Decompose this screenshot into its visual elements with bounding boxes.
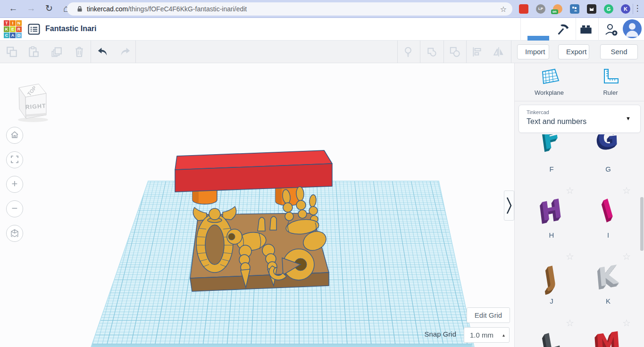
panel-scrollbar-thumb[interactable] — [640, 197, 644, 251]
view-cube[interactable]: TOP RIGHT — [11, 74, 54, 123]
shape-tile-L[interactable]: L — [523, 324, 580, 347]
shape-tile-K[interactable]: K — [580, 257, 636, 295]
shape-label-J: J — [523, 297, 580, 305]
logo-tile: C — [4, 33, 9, 38]
app-header: T I N K E R C A D Fantastic Inari — [0, 18, 644, 41]
browser-menu-icon[interactable]: ⋮ — [631, 2, 644, 15]
edit-toolbar: Import Export Send To — [0, 41, 644, 63]
shape-tile-M[interactable]: M — [580, 324, 636, 347]
ungroup-icon[interactable] — [448, 46, 461, 58]
lock-icon — [76, 6, 83, 12]
extension-icon-lastpass[interactable]: LP — [536, 4, 545, 14]
url-host: tinkercad.com — [87, 5, 128, 13]
shape-label-F: F — [523, 165, 580, 173]
shape-category-dropdown[interactable]: Tinkercad Text and numbers ▼ — [519, 105, 641, 133]
logo-tile: K — [4, 26, 9, 32]
paste-icon[interactable] — [27, 46, 40, 58]
logo-tile: A — [10, 33, 16, 38]
shape-tile-H[interactable]: H — [523, 191, 580, 229]
import-button[interactable]: Import — [517, 44, 549, 59]
align-icon[interactable] — [471, 46, 483, 58]
shape-tile-G[interactable]: G — [580, 134, 636, 165]
copy-icon[interactable] — [6, 46, 18, 58]
logo-tile: R — [16, 26, 22, 32]
shape-glyph: H — [539, 193, 564, 227]
viewport-3d[interactable]: TOP RIGHT + − Edit Grid Snap Grid 1.0 mm… — [0, 63, 514, 347]
shape-glyph: J — [544, 260, 558, 292]
add-collaborator-icon[interactable] — [604, 23, 618, 37]
edit-grid-button[interactable]: Edit Grid — [467, 307, 510, 323]
home-view-button[interactable] — [6, 127, 23, 144]
snap-grid-value: 1.0 mm — [470, 331, 493, 339]
extension-icon-keeper[interactable]: K — [621, 4, 630, 14]
user-avatar[interactable] — [622, 19, 642, 39]
extension-icon-planet[interactable]: on — [553, 4, 562, 14]
category-brand: Tinkercad — [527, 109, 549, 115]
shape-tile-I[interactable]: I — [580, 191, 636, 229]
logo-tile: I — [10, 20, 16, 26]
bookmark-star-icon[interactable]: ☆ — [500, 5, 507, 14]
shape-label-H: H — [523, 231, 580, 239]
undo-icon[interactable] — [96, 46, 109, 58]
zoom-in-button[interactable]: + — [6, 176, 23, 193]
helpers-row: Workplane Ruler — [515, 63, 644, 101]
shape-tile-J[interactable]: J — [523, 257, 580, 295]
workplane-helper-label: Workplane — [519, 89, 580, 96]
snap-grid-dropdown[interactable]: 1.0 mm ▴ — [464, 327, 510, 343]
logo-tile: E — [10, 26, 16, 32]
extension-icon-person[interactable] — [570, 4, 579, 14]
properties-list-icon[interactable] — [27, 23, 41, 36]
extension-icon-grammarly[interactable]: G — [604, 4, 613, 14]
shape-glyph: I — [600, 193, 617, 225]
show-all-bulb-icon[interactable] — [402, 46, 414, 58]
design-title[interactable]: Fantastic Inari — [45, 25, 96, 33]
shape-glyph: K — [597, 259, 619, 292]
minecraft-pickaxe-icon[interactable] — [556, 22, 570, 36]
category-selected: Text and numbers — [527, 117, 586, 126]
logo-tile: D — [16, 33, 22, 38]
browser-reload-icon[interactable]: ↻ — [42, 2, 56, 15]
duplicate-icon[interactable] — [50, 46, 63, 58]
perspective-toggle-button[interactable] — [6, 225, 23, 242]
shape-glyph: G — [597, 134, 619, 154]
extension-icon-dark[interactable] — [587, 4, 596, 14]
delete-icon[interactable] — [73, 46, 85, 58]
browser-forward-icon[interactable]: → — [25, 2, 38, 15]
lego-brick-icon[interactable] — [579, 24, 593, 35]
address-bar[interactable]: tinkercad.com/things/fOFeC4F6KkG-fantast… — [67, 2, 512, 16]
export-button[interactable]: Export — [558, 44, 589, 59]
shape-glyph: M — [594, 326, 622, 347]
url-path: /things/fOFeC4F6KkG-fantastic-inari/edit — [128, 5, 247, 13]
shape-tile-F[interactable]: F — [523, 134, 580, 165]
workplane-helper[interactable]: Workplane — [519, 68, 580, 96]
ruler-helper-label: Ruler — [580, 89, 641, 96]
shape-label-K: K — [580, 297, 636, 305]
logo-tile: N — [16, 20, 22, 26]
panel-collapse-handle[interactable] — [504, 190, 514, 221]
ruler-helper[interactable]: Ruler — [580, 68, 641, 96]
browser-back-icon[interactable]: ← — [7, 2, 20, 15]
send-to-button[interactable]: Send To — [600, 44, 638, 59]
shape-glyph: L — [541, 326, 562, 347]
snap-grid-label: Snap Grid — [403, 330, 456, 338]
fit-view-button[interactable] — [6, 151, 23, 168]
shape-panel: Workplane Ruler Tinkercad Text and numbe… — [514, 63, 644, 347]
on-badge: on — [551, 9, 558, 14]
caret-up-icon: ▴ — [502, 328, 505, 342]
chevron-right-icon — [504, 191, 514, 220]
red-box[interactable] — [175, 150, 332, 192]
redo-icon[interactable] — [119, 46, 132, 58]
shape-label-I: I — [580, 231, 636, 239]
tinkercad-logo[interactable]: T I N K E R C A D — [4, 20, 22, 39]
url-text: tinkercad.com/things/fOFeC4F6KkG-fantast… — [87, 5, 247, 13]
caret-down-icon: ▼ — [626, 116, 631, 121]
group-icon[interactable] — [426, 46, 439, 58]
ruler-icon — [601, 68, 620, 86]
browser-chrome-bar: ← → ↻ ⌂ tinkercad.com/things/fOFeC4F6KkG… — [0, 0, 644, 18]
mirror-icon[interactable] — [493, 46, 505, 58]
zoom-out-button[interactable]: − — [6, 200, 23, 217]
scene-objects — [0, 63, 514, 347]
logo-tile: T — [4, 20, 9, 26]
shape-glyph: F — [541, 134, 562, 156]
extension-icon-red[interactable] — [519, 4, 528, 14]
